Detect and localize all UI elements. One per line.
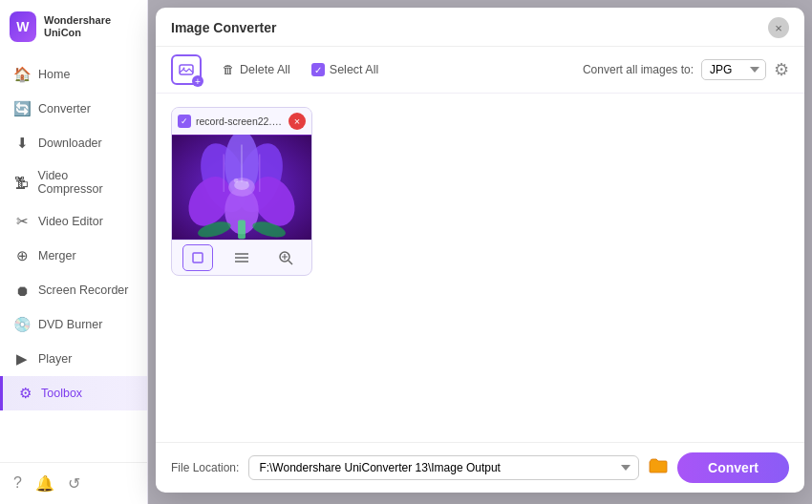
sidebar-item-video-compressor-label: Video Compressor [38,169,134,196]
sidebar-item-dvd-burner-label: DVD Burner [38,318,102,331]
select-all-checkbox[interactable]: ✓ [311,63,325,76]
sidebar-item-home-label: Home [38,68,70,81]
video-compressor-icon: 🗜 [13,174,31,191]
crop-action-button[interactable] [182,244,213,271]
player-icon: ▶ [13,350,31,368]
svg-rect-0 [180,65,193,74]
browse-folder-button[interactable] [649,458,668,478]
image-card-filename: record-screen22.JPG [196,116,284,127]
sidebar-item-converter[interactable]: 🔄 Converter [0,92,147,126]
file-location-label: File Location: [171,461,239,474]
output-path-select[interactable]: F:\Wondershare UniConverter 13\Image Out… [248,455,639,480]
adjust-icon [234,251,249,264]
sidebar-item-home[interactable]: 🏠 Home [0,57,147,92]
image-card-remove-button[interactable]: × [288,113,306,130]
sidebar-bottom: ? 🔔 ↺ [0,462,147,504]
notifications-icon[interactable]: 🔔 [35,474,54,493]
sidebar-item-toolbox-label: Toolbox [41,387,82,400]
folder-icon [649,458,668,473]
svg-rect-19 [193,253,203,262]
modal-close-button[interactable]: × [768,17,789,38]
iris-flower-image [172,135,311,240]
logo-icon: W [10,11,36,42]
sidebar-item-converter-label: Converter [38,102,91,116]
sidebar-item-downloader[interactable]: ⬇ Downloader [0,126,147,160]
crop-icon [190,250,205,265]
svg-point-18 [246,181,248,184]
sidebar: W Wondershare UniCon 🏠 Home 🔄 Converter … [0,0,148,504]
downloader-icon: ⬇ [13,135,31,152]
select-all-checkbox-label[interactable]: ✓ Select All [311,63,378,76]
sidebar-item-video-compressor[interactable]: 🗜 Video Compressor [0,160,147,204]
modal-toolbar: + 🗑 Delete All ✓ Select All Convert all … [156,47,804,94]
delete-all-button[interactable]: 🗑 Delete All [217,59,296,80]
svg-line-24 [288,261,292,264]
svg-rect-14 [238,220,246,240]
dvd-burner-icon: 💿 [13,316,31,333]
main-area: Image Converter × + 🗑 Delete All [148,0,812,504]
image-card: ✓ record-screen22.JPG × [171,107,312,276]
modal-overlay: Image Converter × + 🗑 Delete All [148,0,812,504]
add-badge: + [192,75,203,87]
sidebar-item-video-editor-label: Video Editor [38,215,103,228]
sidebar-item-merger-label: Merger [38,249,76,262]
converter-icon: 🔄 [13,100,31,117]
modal-header: Image Converter × [156,8,804,47]
sidebar-nav: 🏠 Home 🔄 Converter ⬇ Downloader 🗜 Video … [0,53,147,462]
help-icon[interactable]: ? [13,474,22,493]
sidebar-item-player-label: Player [38,352,72,366]
modal-footer: File Location: F:\Wondershare UniConvert… [156,442,804,493]
sidebar-item-player[interactable]: ▶ Player [0,342,147,376]
refresh-icon[interactable]: ↺ [68,474,80,493]
select-all-label: Select All [330,63,378,76]
image-add-icon [179,62,194,77]
modal-content: ✓ record-screen22.JPG × [156,94,804,442]
video-editor-icon: ✂ [13,213,31,230]
zoom-action-button[interactable] [270,244,301,271]
sidebar-item-screen-recorder[interactable]: ⏺ Screen Recorder [0,273,147,307]
merger-icon: ⊕ [13,247,31,264]
sidebar-item-toolbox[interactable]: ⚙ Toolbox [0,376,147,410]
format-select[interactable]: JPG PNG BMP TIFF WEBP [701,59,766,80]
sidebar-item-dvd-burner[interactable]: 💿 DVD Burner [0,307,147,342]
trash-icon: 🗑 [223,63,235,76]
image-card-header: ✓ record-screen22.JPG × [172,108,311,135]
screen-recorder-icon: ⏺ [13,282,31,299]
add-image-button[interactable]: + [171,54,202,85]
svg-point-17 [234,178,239,183]
sidebar-item-downloader-label: Downloader [38,136,102,150]
convert-button[interactable]: Convert [677,452,789,483]
image-card-actions [172,240,311,275]
convert-all-images-label: Convert all images to: [583,63,694,76]
adjust-action-button[interactable] [226,244,257,271]
image-thumbnail [172,135,311,240]
format-settings-button[interactable]: ⚙ [774,59,789,80]
image-card-checkbox[interactable]: ✓ [178,115,191,128]
app-logo: W Wondershare UniCon [0,0,147,53]
home-icon: 🏠 [13,66,31,83]
sidebar-item-merger[interactable]: ⊕ Merger [0,239,147,273]
toolbox-icon: ⚙ [16,385,33,402]
image-converter-modal: Image Converter × + 🗑 Delete All [156,8,804,493]
modal-title: Image Converter [171,20,276,35]
sidebar-item-video-editor[interactable]: ✂ Video Editor [0,204,147,239]
zoom-icon [278,250,293,265]
delete-all-label: Delete All [240,63,290,76]
app-name: Wondershare UniCon [44,14,138,39]
toolbar-right: Convert all images to: JPG PNG BMP TIFF … [583,59,789,80]
sidebar-item-screen-recorder-label: Screen Recorder [38,284,129,297]
